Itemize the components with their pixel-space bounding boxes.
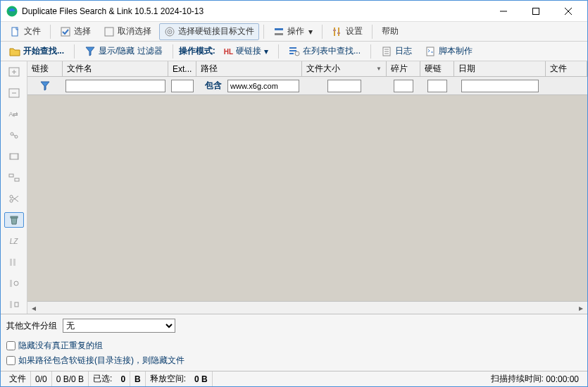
filter-contains-label-cell: 包含 bbox=[196, 77, 225, 94]
main-toolbar: 文件 选择 取消选择 选择硬链接目标文件 操作 ▾ 设置 帮助 bbox=[1, 22, 587, 42]
status-size: 0 B/0 B bbox=[52, 371, 89, 386]
sort-desc-icon: ▼ bbox=[376, 66, 382, 72]
col-filename[interactable]: 文件名 bbox=[63, 61, 168, 76]
svg-point-11 bbox=[169, 31, 170, 32]
scroll-right-icon[interactable]: ▸ bbox=[575, 302, 587, 314]
svg-line-34 bbox=[13, 135, 15, 136]
group-select[interactable]: 无 bbox=[63, 319, 175, 333]
side-link-button[interactable] bbox=[4, 128, 24, 143]
side-trash-button[interactable] bbox=[4, 212, 24, 228]
status-scan-time: 00:00:00 bbox=[546, 374, 579, 384]
list-search-icon bbox=[289, 46, 300, 57]
help-menu[interactable]: 帮助 bbox=[377, 23, 404, 40]
chevron-down-icon: ▾ bbox=[308, 27, 313, 37]
group-label: 其他文件分组 bbox=[6, 320, 57, 332]
hide-nondup-checkbox[interactable] bbox=[6, 341, 15, 350]
select-hardlink-target-button[interactable]: 选择硬链接目标文件 bbox=[159, 23, 259, 40]
log-button[interactable]: 日志 bbox=[377, 43, 416, 60]
filter-hardlinks bbox=[420, 77, 454, 94]
svg-point-21 bbox=[295, 51, 299, 56]
deselect-menu[interactable]: 取消选择 bbox=[99, 23, 156, 40]
main-area: A⇄ LZ 链接 文件名 Ext... 路径 文件大小▼ 碎片 硬链 日期 文件 bbox=[1, 61, 587, 314]
status-scan-label: 扫描持续时间: bbox=[491, 373, 544, 385]
separator bbox=[50, 25, 51, 39]
side-filter2-button[interactable] bbox=[4, 170, 24, 185]
side-misc2-button[interactable] bbox=[4, 276, 24, 291]
filter-frag-input[interactable] bbox=[394, 80, 413, 92]
svg-rect-39 bbox=[15, 178, 19, 181]
side-collapse-button[interactable] bbox=[4, 85, 24, 101]
status-bar: 文件 0/0 0 B/0 B 已选: 0 B 释放空间: 0 B 扫描持续时间:… bbox=[1, 371, 587, 386]
operate-menu[interactable]: 操作 ▾ bbox=[268, 23, 318, 40]
side-lz-button[interactable]: LZ bbox=[4, 233, 24, 249]
svg-rect-50 bbox=[15, 302, 18, 307]
svg-point-41 bbox=[10, 199, 13, 202]
side-scissors-button[interactable] bbox=[4, 191, 24, 207]
svg-rect-3 bbox=[533, 8, 539, 14]
filter-filename-input[interactable] bbox=[65, 80, 165, 92]
filter-path-input[interactable] bbox=[227, 80, 299, 92]
scroll-left-icon[interactable]: ◂ bbox=[27, 302, 40, 314]
col-link[interactable]: 链接 bbox=[27, 61, 63, 76]
side-expand-button[interactable] bbox=[4, 64, 24, 80]
start-search-button[interactable]: 开始查找... bbox=[5, 43, 68, 60]
col-date[interactable]: 日期 bbox=[454, 61, 546, 76]
settings-menu-label: 设置 bbox=[346, 25, 363, 37]
hide-nondup-label: 隐藏没有真正重复的组 bbox=[18, 340, 103, 352]
filter-date-input[interactable] bbox=[461, 80, 539, 92]
status-freed-value: 0 B bbox=[190, 371, 213, 386]
settings-menu[interactable]: 设置 bbox=[327, 23, 368, 40]
maximize-button[interactable] bbox=[520, 1, 552, 22]
minimize-button[interactable] bbox=[487, 1, 520, 22]
filter-size bbox=[302, 77, 387, 94]
script-maker-button[interactable]: 脚本制作 bbox=[420, 43, 477, 60]
status-scan: 扫描持续时间: 00:00:00 bbox=[487, 371, 583, 386]
toggle-filters-button[interactable]: 显示/隐藏 过滤器 bbox=[80, 43, 167, 60]
side-misc1-button[interactable] bbox=[4, 254, 24, 270]
help-menu-label: 帮助 bbox=[382, 25, 399, 37]
hide-softlink-checkbox[interactable] bbox=[6, 356, 15, 365]
filter-hardlinks-input[interactable] bbox=[427, 80, 447, 92]
separator bbox=[74, 44, 75, 59]
svg-rect-12 bbox=[275, 28, 283, 30]
separator bbox=[173, 44, 173, 59]
grid-body[interactable]: ◂ ▸ bbox=[27, 95, 587, 314]
scroll-track[interactable] bbox=[40, 302, 575, 314]
col-file[interactable]: 文件 bbox=[546, 61, 587, 76]
svg-rect-14 bbox=[334, 27, 335, 36]
script-maker-label: 脚本制作 bbox=[439, 45, 473, 57]
col-path[interactable]: 路径 bbox=[196, 61, 302, 76]
chevron-down-icon: ▾ bbox=[264, 47, 268, 56]
hardlink-mode-label: 硬链接 bbox=[236, 45, 261, 57]
start-search-label: 开始查找... bbox=[23, 45, 64, 57]
horizontal-scrollbar[interactable]: ◂ ▸ bbox=[27, 301, 587, 314]
select-menu[interactable]: 选择 bbox=[55, 23, 96, 40]
col-frag[interactable]: 碎片 bbox=[387, 61, 420, 76]
hardlink-mode-button[interactable]: HL 硬链接 ▾ bbox=[220, 43, 273, 60]
col-ext[interactable]: Ext... bbox=[168, 61, 196, 76]
svg-rect-8 bbox=[105, 27, 113, 36]
funnel-icon bbox=[85, 46, 96, 57]
file-menu[interactable]: 文件 bbox=[5, 23, 46, 40]
side-toolbar: A⇄ LZ bbox=[1, 61, 27, 314]
side-film-button[interactable] bbox=[4, 149, 24, 164]
status-freed-label: 释放空间: bbox=[146, 371, 190, 386]
toggle-filters-label: 显示/隐藏 过滤器 bbox=[99, 45, 163, 57]
side-misc3-button[interactable] bbox=[4, 297, 24, 312]
svg-rect-38 bbox=[9, 174, 13, 177]
col-size[interactable]: 文件大小▼ bbox=[302, 61, 387, 76]
close-button[interactable] bbox=[552, 1, 584, 22]
side-text-button[interactable]: A⇄ bbox=[4, 106, 24, 122]
col-hardlinks[interactable]: 硬链 bbox=[420, 61, 454, 76]
app-icon bbox=[6, 6, 18, 17]
search-in-list-label: 在列表中查找... bbox=[303, 45, 361, 57]
filter-ext-input[interactable] bbox=[171, 80, 194, 92]
hide-nondup-row: 隐藏没有真正重复的组 bbox=[6, 340, 582, 352]
search-in-list-button[interactable]: 在列表中查找... bbox=[284, 43, 365, 60]
select-hardlink-target-label: 选择硬链接目标文件 bbox=[178, 25, 254, 37]
filter-size-input[interactable] bbox=[327, 80, 361, 92]
filter-file bbox=[546, 77, 587, 94]
operate-icon bbox=[273, 26, 284, 37]
svg-rect-47 bbox=[10, 280, 12, 287]
svg-rect-6 bbox=[12, 27, 18, 36]
